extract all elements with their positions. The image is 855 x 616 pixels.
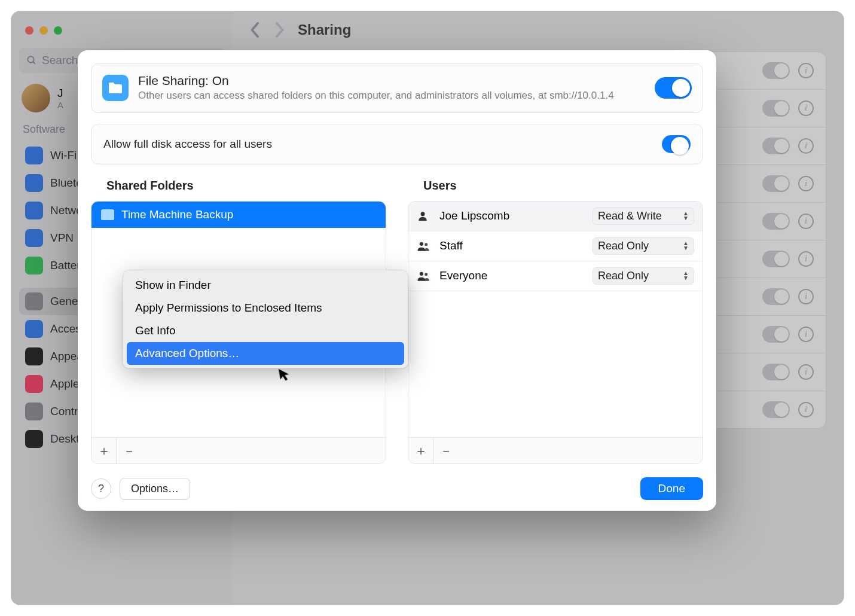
full-disk-access-toggle[interactable] xyxy=(662,135,691,153)
users-column: Users Joe LipscombRead & Write▲▼StaffRea… xyxy=(408,179,703,464)
permission-select[interactable]: Read Only▲▼ xyxy=(593,237,694,255)
permission-value: Read & Write xyxy=(598,210,662,222)
stepper-icon: ▲▼ xyxy=(683,241,689,251)
stepper-icon: ▲▼ xyxy=(683,211,689,221)
user-name: Joe Lipscomb xyxy=(439,209,584,222)
svg-point-4 xyxy=(425,243,428,246)
shared-folders-header: Shared Folders xyxy=(106,179,386,193)
context-menu-item[interactable]: Apply Permissions to Enclosed Items xyxy=(127,297,404,319)
people-icon xyxy=(417,270,431,282)
remove-user-button[interactable]: － xyxy=(433,438,459,463)
file-sharing-subtitle: Other users can access shared folders on… xyxy=(138,89,645,103)
user-name: Everyone xyxy=(439,269,584,282)
context-menu-item[interactable]: Advanced Options… xyxy=(127,342,404,365)
svg-point-5 xyxy=(420,272,423,276)
full-disk-access-label: Allow full disk access for all users xyxy=(103,138,272,151)
permission-value: Read Only xyxy=(598,270,649,282)
svg-point-2 xyxy=(421,212,425,216)
user-row[interactable]: EveryoneRead Only▲▼ xyxy=(408,261,703,291)
permission-value: Read Only xyxy=(598,240,649,252)
context-menu-item[interactable]: Get Info xyxy=(127,319,404,342)
options-button[interactable]: Options… xyxy=(120,478,190,500)
file-sharing-icon xyxy=(102,75,129,101)
stepper-icon: ▲▼ xyxy=(683,271,689,280)
users-list[interactable]: Joe LipscombRead & Write▲▼StaffRead Only… xyxy=(408,202,703,437)
file-sharing-status-card: File Sharing: On Other users can access … xyxy=(91,63,703,113)
context-menu-item[interactable]: Show in Finder xyxy=(127,274,404,297)
users-header: Users xyxy=(423,179,703,193)
help-button[interactable]: ? xyxy=(91,478,111,499)
svg-point-3 xyxy=(420,242,423,246)
user-name: Staff xyxy=(439,239,584,252)
people-icon xyxy=(417,240,431,252)
svg-point-6 xyxy=(425,273,428,276)
add-folder-button[interactable]: ＋ xyxy=(91,438,117,463)
remove-folder-button[interactable]: － xyxy=(117,438,142,463)
user-row[interactable]: Joe LipscombRead & Write▲▼ xyxy=(408,202,703,231)
add-user-button[interactable]: ＋ xyxy=(408,438,433,463)
person-icon xyxy=(417,210,431,222)
permission-select[interactable]: Read & Write▲▼ xyxy=(593,208,694,225)
full-disk-access-row: Allow full disk access for all users xyxy=(91,124,703,164)
folder-name: Time Machine Backup xyxy=(121,208,233,221)
shared-folder-row[interactable]: Time Machine Backup xyxy=(91,202,386,228)
done-button[interactable]: Done xyxy=(640,477,703,500)
file-sharing-toggle[interactable] xyxy=(655,77,692,99)
folder-context-menu[interactable]: Show in FinderApply Permissions to Enclo… xyxy=(123,270,408,368)
permission-select[interactable]: Read Only▲▼ xyxy=(593,267,694,285)
user-row[interactable]: StaffRead Only▲▼ xyxy=(408,231,703,261)
file-sharing-title: File Sharing: On xyxy=(138,74,645,88)
folder-icon xyxy=(101,209,114,220)
